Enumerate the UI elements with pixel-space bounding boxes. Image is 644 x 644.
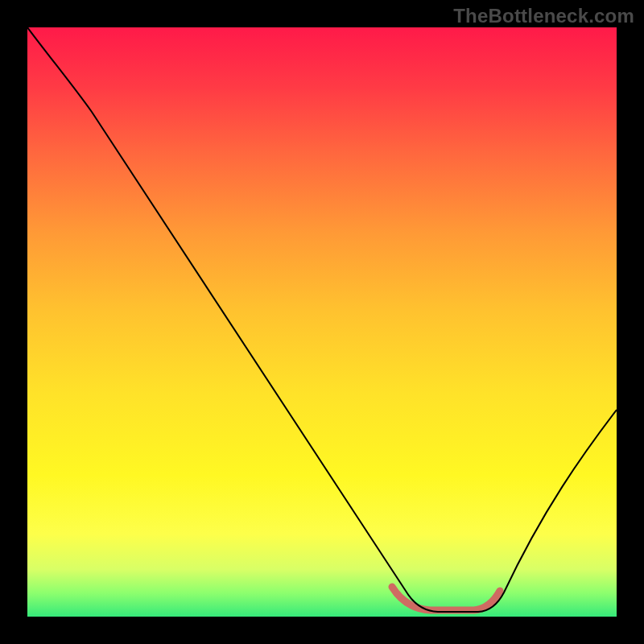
highlight-segment xyxy=(392,587,500,610)
chart-frame: TheBottleneck.com xyxy=(0,0,644,644)
plot-area xyxy=(27,27,617,617)
bottleneck-curve xyxy=(27,27,617,612)
curve-layer xyxy=(27,27,617,617)
watermark-text: TheBottleneck.com xyxy=(453,5,634,27)
